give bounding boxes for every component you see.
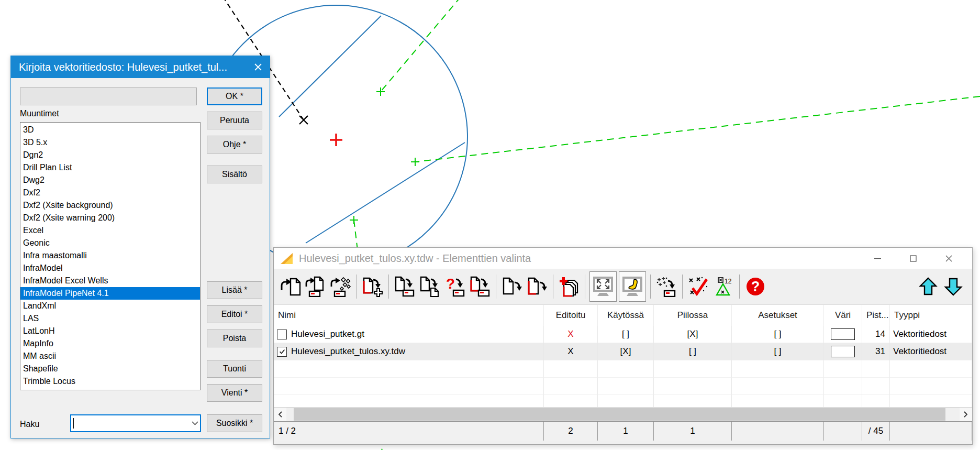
new-file-button[interactable]	[556, 272, 582, 301]
converter-item[interactable]: Excel	[20, 224, 200, 237]
column-header-4[interactable]: Piilossa	[654, 305, 732, 326]
column-header-3[interactable]: Käytössä	[598, 305, 654, 326]
converter-item[interactable]: 3D	[20, 124, 200, 136]
show-on-screen-button[interactable]	[619, 271, 646, 302]
cancel-button[interactable]: Peruuta	[207, 112, 262, 129]
maximize-icon[interactable]	[901, 250, 925, 266]
save-active-file-button[interactable]	[467, 272, 493, 301]
scrollbar-thumb[interactable]	[294, 408, 945, 421]
converter-item[interactable]: MapInfo	[20, 337, 200, 350]
show-on-screen-icon	[622, 276, 643, 297]
cell-kaytossa[interactable]: [ ]	[598, 326, 654, 343]
converter-item[interactable]: InfraModel Excel Wells	[20, 275, 200, 287]
search-combobox[interactable]	[70, 414, 201, 432]
cell-kaytossa[interactable]: [X]	[598, 343, 654, 360]
column-header-7[interactable]: Pist...	[862, 305, 890, 326]
x-marker[interactable]	[299, 116, 308, 124]
help-button[interactable]: Ohje *	[207, 136, 262, 153]
open-file-to-disk-button[interactable]	[303, 272, 328, 301]
import-button[interactable]: Tuonti	[207, 360, 262, 378]
converter-item[interactable]: InfraModel PipeNet 4.1	[20, 287, 200, 300]
column-header-1[interactable]: Nimi	[274, 305, 544, 326]
minimize-icon[interactable]	[865, 250, 889, 266]
scrollbar-track[interactable]	[286, 408, 960, 421]
cell-asetukset[interactable]: [ ]	[732, 326, 824, 343]
color-swatch[interactable]	[831, 346, 855, 357]
converter-item[interactable]: LAS	[20, 312, 200, 325]
write-active-file-button[interactable]	[525, 272, 550, 301]
converter-item[interactable]: Infra maastomalli	[20, 249, 200, 262]
converter-item[interactable]: LatLonH	[20, 325, 200, 337]
converter-item[interactable]: Dwg2	[20, 174, 200, 186]
move-down-button[interactable]	[941, 272, 966, 301]
converter-item[interactable]: LandXml	[20, 300, 200, 312]
close-icon[interactable]	[937, 250, 961, 266]
export-button[interactable]: Vienti *	[207, 384, 262, 402]
converter-item[interactable]: 3D 5.x	[20, 136, 200, 149]
help-button[interactable]	[743, 272, 768, 301]
converter-item[interactable]: Dxf2 (Xsite background)	[20, 199, 200, 212]
close-icon[interactable]	[254, 63, 262, 71]
column-header-5[interactable]: Asetukset	[732, 305, 824, 326]
converter-item[interactable]: Dxf2	[20, 186, 200, 199]
add-button[interactable]: Lisää *	[207, 281, 262, 299]
zoom-extents-button[interactable]	[589, 271, 617, 302]
export-vector-dialog: Kirjoita vektoritiedosto: Hulevesi_putke…	[10, 56, 270, 438]
horizontal-scrollbar[interactable]	[274, 407, 972, 421]
selection-window-titlebar[interactable]: Hulevesi_putket_tulos.xy.tdw - Elementti…	[274, 248, 972, 269]
add-file-button[interactable]	[360, 272, 385, 301]
toolbar-separator	[739, 275, 740, 299]
check-points-button[interactable]	[686, 272, 711, 301]
cell-pist: 14	[862, 326, 890, 343]
status-cell-1: 1 / 2	[274, 422, 544, 441]
converter-item[interactable]: Shapefile	[20, 363, 200, 375]
converter-item[interactable]: Geonic	[20, 237, 200, 249]
scroll-left-icon[interactable]	[274, 408, 286, 421]
converter-item[interactable]: Dgn2	[20, 149, 200, 161]
converter-listbox[interactable]: 3D3D 5.xDgn2Drill Plan ListDwg2Dxf2Dxf2 …	[20, 122, 201, 390]
filename-input[interactable]	[20, 87, 197, 105]
triangulation-icon	[713, 276, 734, 297]
content-button[interactable]: Sisältö	[207, 166, 262, 183]
table-row[interactable]: Hulevesi_putket_tulos.xy.tdwX[X][ ][ ]31…	[274, 343, 972, 360]
export-dialog-titlebar[interactable]: Kirjoita vektoritiedosto: Hulevesi_putke…	[11, 56, 270, 78]
table-row[interactable]: Hulevesi_putket.gtX[ ][X][ ]14Vektoritie…	[274, 326, 972, 343]
save-file-as-icon	[419, 276, 440, 297]
converter-item[interactable]: Drill Plan List	[20, 161, 200, 174]
move-up-button[interactable]	[916, 272, 941, 301]
ok-button[interactable]: OK *	[207, 87, 262, 105]
save-query-button[interactable]	[442, 272, 467, 301]
favorite-button[interactable]: Suosikki *	[207, 414, 262, 432]
converter-item[interactable]: Dxf2 (Xsite warning 200)	[20, 212, 200, 224]
row-checkbox[interactable]	[277, 330, 287, 339]
scroll-right-icon[interactable]	[960, 408, 972, 421]
column-header-2[interactable]: Editoitu	[544, 305, 598, 326]
delete-button[interactable]: Poista	[207, 330, 262, 347]
cell-piilossa[interactable]: [ ]	[654, 343, 732, 360]
cell-pist: 31	[862, 343, 890, 360]
save-points-button[interactable]	[654, 272, 679, 301]
triangulation-button[interactable]	[711, 272, 736, 301]
column-header-8[interactable]: Tyyppi	[890, 305, 972, 326]
pipe-line[interactable]	[279, 16, 381, 117]
red-cross-marker[interactable]	[330, 134, 342, 146]
pipe-line[interactable]	[306, 142, 465, 243]
converter-item[interactable]: MM ascii	[20, 350, 200, 363]
converter-item[interactable]: Trimble Locus	[20, 375, 200, 388]
search-input[interactable]	[74, 419, 189, 428]
edit-button[interactable]: Editoi *	[207, 305, 262, 323]
converter-item[interactable]: InfraModel	[20, 262, 200, 275]
cell-asetukset[interactable]: [ ]	[732, 343, 824, 360]
color-swatch[interactable]	[831, 328, 855, 340]
move-up-icon	[918, 276, 939, 297]
chevron-down-icon[interactable]	[189, 421, 201, 425]
status-cell-7: / 45	[862, 422, 890, 441]
save-file-button[interactable]	[392, 272, 417, 301]
row-checkbox[interactable]	[277, 347, 287, 357]
save-file-as-button[interactable]	[417, 272, 442, 301]
cell-piilossa[interactable]: [X]	[654, 326, 732, 343]
open-file-button[interactable]	[278, 272, 303, 301]
column-header-6[interactable]: Väri	[824, 305, 862, 326]
open-pointcloud-button[interactable]	[328, 272, 353, 301]
write-file-button[interactable]	[499, 272, 525, 301]
